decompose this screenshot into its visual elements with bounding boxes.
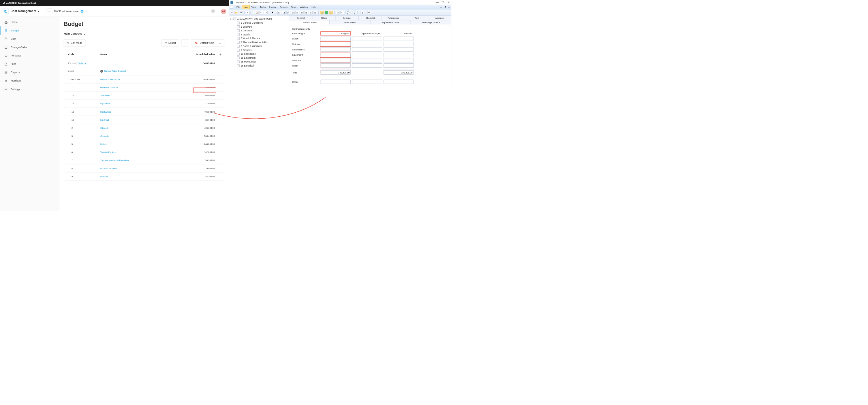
chevron-down-icon[interactable]: ⌄ <box>68 78 71 80</box>
module-selector[interactable]: Cost Management ▾ <box>3 8 39 14</box>
units-revised[interactable] <box>383 80 413 84</box>
units-original[interactable] <box>321 80 351 84</box>
minimize-button[interactable]: — <box>436 1 439 4</box>
doc-dd-icon[interactable]: 📄▾ <box>354 11 357 14</box>
menu-reports[interactable]: Reports <box>278 5 289 9</box>
header-scheduled-value[interactable]: Scheduled Value <box>178 53 217 56</box>
tree-item[interactable]: 15 Mechanical <box>229 60 288 64</box>
tree-item[interactable]: 9 Finishes <box>229 48 288 52</box>
mdi-close[interactable]: ✕ <box>448 6 450 8</box>
row-name[interactable]: Thermal Moisture & Protection <box>98 159 178 161</box>
table-row[interactable]: 2Sitework405,600.00 <box>64 124 224 132</box>
row-name[interactable]: NW Food Warehouse <box>98 78 178 80</box>
label-icon[interactable]: 🏷 <box>340 11 344 14</box>
expand-link[interactable]: Expand <box>68 62 76 65</box>
menu-tools[interactable]: Tools <box>289 5 298 9</box>
tree-expander-icon[interactable]: − <box>230 18 232 20</box>
tab-references[interactable]: References <box>382 15 405 20</box>
table-row[interactable]: 7Thermal Moisture & Protection136,700.00 <box>64 156 224 164</box>
main-contract-selector[interactable]: Main Contract ⌄ <box>64 32 224 35</box>
cut-icon[interactable]: ✂ <box>246 11 249 14</box>
tree-item[interactable]: 2 Sitework <box>229 25 288 29</box>
original-input[interactable] <box>321 58 351 63</box>
row-name[interactable]: Equipment <box>98 102 178 105</box>
subtab-contract-totals[interactable]: Contract Totals <box>289 20 330 25</box>
approved-input[interactable] <box>352 63 382 68</box>
row-name[interactable]: Finishes <box>98 175 178 177</box>
chevron-down-icon[interactable]: ▾ <box>85 9 87 13</box>
table-row[interactable]: 16Electrical85,700.00 <box>64 116 224 124</box>
row-name[interactable]: Mechanical <box>98 111 178 113</box>
tool-1-icon[interactable]: ◧ <box>277 11 281 14</box>
tree-item[interactable]: 8 Doors & Windows <box>229 44 288 48</box>
delete-icon[interactable]: ✖ <box>271 11 274 14</box>
highlight-2-icon[interactable]: ▢ <box>325 11 328 14</box>
row-name[interactable]: Sitework <box>98 127 178 129</box>
table-row[interactable]: 10Specialties64,900.00 <box>64 92 224 100</box>
info-icon[interactable]: i <box>100 70 103 73</box>
sidebar-item-change-order[interactable]: Change Order <box>0 43 59 52</box>
sidebar-item-files[interactable]: Files <box>0 60 59 68</box>
table-row[interactable]: 03001iSample Prime Contract <box>64 67 224 75</box>
revised-input[interactable] <box>383 53 413 57</box>
tab-billing[interactable]: Billing <box>312 15 335 20</box>
original-input[interactable] <box>321 53 351 57</box>
menu-inquiry[interactable]: Inquiry <box>267 5 278 9</box>
row-name[interactable]: General Conditions <box>98 86 178 89</box>
help-pointer-icon[interactable]: ⯑ <box>367 11 371 14</box>
tool-7-icon[interactable]: ▧ <box>309 11 312 14</box>
revised-input[interactable] <box>383 42 413 46</box>
subtab-adjustment-totals[interactable]: Adjustment Totals <box>370 20 411 25</box>
row-name[interactable]: Metals <box>98 143 178 145</box>
tree-item[interactable]: 6 Wood & Plastics <box>229 37 288 41</box>
sidebar-item-home[interactable]: Home <box>0 18 59 26</box>
default-view-button[interactable]: 🔖 Default view ⌄ <box>191 39 224 46</box>
mdi-minimize[interactable]: — <box>440 6 442 8</box>
menu-edit[interactable]: Edit <box>242 5 250 9</box>
mdi-restore[interactable]: 🗗 <box>444 6 446 8</box>
edit-mode-button[interactable]: ✎ Edit mode <box>64 39 86 46</box>
highlight-3-icon[interactable]: ▢ <box>329 11 333 14</box>
table-row[interactable]: 3Concrete380,400.00 <box>64 132 224 140</box>
maximize-button[interactable]: ❐ <box>442 1 444 4</box>
units-approved[interactable] <box>352 80 382 84</box>
tree-item[interactable]: 1 General Conditions <box>229 21 288 25</box>
tree-item[interactable]: 10 Specialties <box>229 52 288 56</box>
revised-input[interactable] <box>383 37 413 41</box>
table-row[interactable]: 1General Conditions152,400.00 <box>64 83 224 92</box>
row-name[interactable]: Electrical <box>98 119 178 121</box>
approved-input[interactable] <box>352 37 382 41</box>
avatar[interactable]: AA <box>221 9 226 14</box>
row-name[interactable]: Concrete <box>98 135 178 137</box>
table-row[interactable]: 5Metals248,000.00 <box>64 140 224 148</box>
table-row[interactable]: 15Mechanical406,000.00 <box>64 108 224 116</box>
tree-item[interactable]: 5 Metals <box>229 33 288 37</box>
tool-5-icon[interactable]: ▦ <box>300 11 303 14</box>
row-name[interactable]: Specialties <box>98 94 178 97</box>
help-button[interactable]: ? <box>211 9 215 13</box>
header-code[interactable]: Code <box>64 53 98 56</box>
print-icon[interactable]: 🖶 <box>239 11 243 14</box>
tree-item[interactable]: 11 Equipment <box>229 56 288 60</box>
tab-accounts[interactable]: Accounts <box>428 15 451 20</box>
approved-input[interactable] <box>352 42 382 46</box>
sidebar-item-budget[interactable]: Budget <box>0 27 59 35</box>
link-icon[interactable]: 🔗 <box>286 11 290 14</box>
trash-icon[interactable]: 🗑 <box>361 11 364 14</box>
original-input[interactable] <box>321 42 351 46</box>
tree-root[interactable]: − 0300100 NW Food Warehouse <box>229 17 288 21</box>
open-icon[interactable]: 📂 <box>235 11 238 14</box>
sidebar-item-settings[interactable]: Settings <box>0 85 59 93</box>
more-button[interactable]: ⋯ <box>181 39 189 46</box>
menu-view[interactable]: View <box>250 5 258 9</box>
original-total[interactable] <box>321 70 351 75</box>
header-name[interactable]: Name <box>98 53 178 56</box>
export-button[interactable]: ⇪ Export <box>161 39 179 46</box>
tree-item[interactable]: 3 Concrete <box>229 29 288 33</box>
sidebar-item-reports[interactable]: Reports <box>0 68 59 77</box>
menu-help[interactable]: Help <box>310 5 318 9</box>
tool-6-icon[interactable]: ▩ <box>305 11 308 14</box>
new-icon[interactable]: 🗋 <box>230 11 234 14</box>
close-button[interactable]: ✕ <box>447 1 450 4</box>
tab-checklist[interactable]: Checklist <box>359 15 381 20</box>
